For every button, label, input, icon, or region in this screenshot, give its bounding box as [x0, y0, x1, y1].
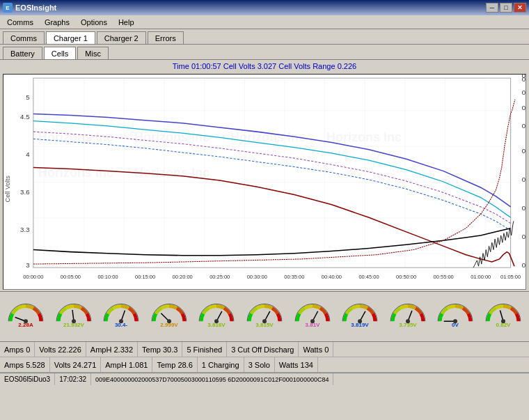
gauge-5 [242, 299, 288, 335]
cutoff-3: 3 Cut Off Discharg [227, 342, 299, 357]
tab-misc[interactable]: Misc [77, 47, 109, 59]
charging-1: 1 Charging [198, 357, 244, 372]
footer-time: 17:02:32 [55, 373, 91, 385]
gauge-canvas-5 [242, 299, 287, 335]
minimize-button[interactable]: ─ [486, 3, 498, 13]
gauge-canvas-9 [433, 299, 477, 335]
gauge-canvas-2 [99, 299, 143, 335]
watts-0: Watts 0 [299, 342, 333, 357]
app-icon: E [3, 3, 13, 13]
svg-text:00:15:00: 00:15:00 [135, 274, 155, 280]
svg-text:00:35:00: 00:35:00 [284, 274, 304, 280]
svg-text:01:05:00: 01:05:00 [500, 274, 521, 280]
gauge-canvas-3 [147, 299, 191, 335]
chart-area: 3 3.3 3.6 4 4.5 5 0.25 0.3 0.35 0.4 0.5 … [3, 74, 526, 290]
amph-1: AmpH 1.081 [101, 357, 152, 372]
svg-text:0.25: 0.25 [522, 261, 526, 269]
menu-bar: Comms Graphs Options Help [0, 15, 529, 29]
svg-text:3.6: 3.6 [20, 189, 29, 196]
svg-text:0.8: 0.8 [522, 75, 526, 79]
amph-2: AmpH 2.332 [86, 342, 138, 357]
app-title: EOSInsight [15, 3, 56, 12]
tab-errors[interactable]: Errors [148, 31, 184, 44]
amps-5: Amps 5.528 [0, 357, 50, 372]
tab-charger1[interactable]: Charger 1 [46, 31, 95, 44]
svg-text:00:20:00: 00:20:00 [173, 274, 193, 280]
window-controls: ─ □ ✕ [486, 3, 526, 13]
svg-text:Cell Volts: Cell Volts [3, 176, 11, 203]
svg-text:0.35: 0.35 [522, 204, 526, 212]
svg-text:0.65: 0.65 [522, 104, 526, 112]
footer-device: EOS06l5iDuo3 [0, 373, 55, 385]
volts-22: Volts 22.226 [35, 342, 86, 357]
menu-comms[interactable]: Comms [1, 17, 39, 28]
tab-cells[interactable]: Cells [44, 47, 76, 59]
svg-text:0.4: 0.4 [522, 176, 526, 183]
tab-bar-2: Battery Cells Misc [0, 45, 529, 60]
gauge-canvas-6 [290, 299, 335, 335]
svg-text:00:45:00: 00:45:00 [358, 274, 379, 280]
svg-rect-1 [33, 78, 511, 267]
svg-text:00:40:00: 00:40:00 [322, 274, 342, 280]
svg-text:0.6: 0.6 [522, 122, 526, 130]
watts-134: Watts 134 [275, 357, 318, 372]
tab-comms[interactable]: Comms [3, 31, 45, 44]
tab-charger2[interactable]: Charger 2 [97, 31, 146, 44]
status-row-2: Amps 5.528 Volts 24.271 AmpH 1.081 Temp … [0, 357, 529, 373]
gauge-canvas-10 [481, 299, 526, 335]
gauge-10 [480, 299, 526, 335]
svg-text:00:00:00: 00:00:00 [23, 274, 43, 280]
svg-text:00:10:00: 00:10:00 [97, 274, 118, 280]
tab-battery[interactable]: Battery [3, 47, 42, 59]
menu-help[interactable]: Help [113, 17, 140, 28]
volts-24: Volts 24.271 [50, 357, 102, 372]
menu-graphs[interactable]: Graphs [39, 17, 75, 28]
gauge-3 [146, 299, 193, 335]
gauge-canvas-4 [194, 299, 239, 335]
gauge-2 [98, 299, 145, 335]
svg-text:5: 5 [26, 93, 29, 101]
info-bar: Time 01:00:57 Cell Volts 3.027 Cell Volt… [0, 60, 529, 72]
svg-text:01:00:00: 01:00:00 [471, 274, 491, 280]
svg-text:0.7: 0.7 [522, 88, 526, 96]
svg-text:4: 4 [26, 150, 29, 158]
title-bar: E EOSInsight ─ □ ✕ [0, 0, 529, 15]
gauge-canvas-7 [338, 299, 382, 335]
footer-code: 009E400000002000537D70005003000110595 6D… [91, 373, 333, 385]
svg-text:00:30:00: 00:30:00 [247, 274, 267, 280]
gauge-1 [51, 299, 97, 335]
menu-options[interactable]: Options [75, 17, 113, 28]
status-rows: Amps 0 Volts 22.226 AmpH 2.332 Temp 30.3… [0, 341, 529, 373]
temp-30: Temp 30.3 [138, 342, 182, 357]
gauge-canvas-8 [386, 299, 430, 335]
gauge-8 [384, 299, 431, 335]
gauge-6 [289, 299, 335, 335]
gauge-7 [337, 299, 384, 335]
svg-text:3: 3 [26, 261, 29, 269]
svg-text:4.5: 4.5 [20, 113, 29, 120]
svg-text:00:05:00: 00:05:00 [61, 274, 81, 280]
maximize-button[interactable]: □ [500, 3, 512, 13]
solo-3: 3 Solo [244, 357, 275, 372]
svg-text:0.5: 0.5 [522, 147, 526, 155]
tab-bar-1: Comms Charger 1 Charger 2 Errors [0, 29, 529, 45]
gauge-row [0, 291, 529, 341]
svg-text:00:50:00: 00:50:00 [396, 274, 416, 280]
svg-text:00:55:00: 00:55:00 [434, 274, 454, 280]
svg-text:3.3: 3.3 [20, 226, 29, 233]
temp-28: Temp 28.6 [152, 357, 197, 372]
svg-text:00:25:00: 00:25:00 [210, 274, 230, 280]
chart-info-text: Time 01:00:57 Cell Volts 3.027 Cell Volt… [173, 62, 356, 70]
amps-0: Amps 0 [0, 342, 35, 357]
footer-bar: EOS06l5iDuo3 17:02:32 009E40000000200053… [0, 373, 529, 385]
gauge-9 [432, 299, 479, 335]
status-row-1: Amps 0 Volts 22.226 AmpH 2.332 Temp 30.3… [0, 342, 529, 357]
close-button[interactable]: ✕ [514, 3, 526, 13]
gauge-4 [194, 299, 240, 335]
finished-5: 5 Finished [182, 342, 227, 357]
gauge-0 [3, 299, 49, 335]
gauge-canvas-0 [3, 299, 48, 335]
svg-text:0.3: 0.3 [522, 233, 526, 240]
gauge-canvas-1 [52, 299, 96, 335]
